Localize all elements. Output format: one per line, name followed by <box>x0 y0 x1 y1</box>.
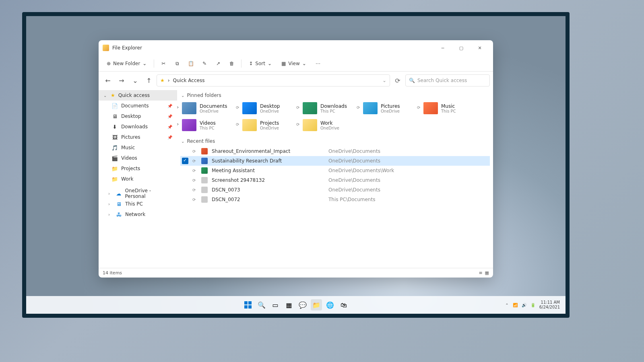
back-button[interactable]: ← <box>102 74 114 86</box>
task-view-button[interactable]: ▭ <box>270 299 281 311</box>
tray-chevron-icon[interactable]: ⌃ <box>505 303 508 307</box>
status-item-count: 14 items <box>103 270 122 276</box>
search-icon: 🔍 <box>409 78 415 83</box>
pinned-folder-documents[interactable]: ⟳DocumentsOneDrive <box>180 100 241 117</box>
status-bar: 14 items ≡ ▦ <box>99 268 493 278</box>
sort-button[interactable]: ↕ Sort ⌄ <box>245 58 276 69</box>
pinned-folder-downloads[interactable]: ⟳DownloadsThis PC <box>301 100 361 117</box>
file-row[interactable]: ⟳DSCN_0072This PC\Documents <box>180 195 490 204</box>
sidebar-item-videos[interactable]: 🎬Videos <box>99 153 177 163</box>
pinned-folder-projects[interactable]: ⟳ProjectsOneDrive <box>241 117 301 134</box>
file-row[interactable]: ⟳Screenshot 29478132OneDrive\Documents <box>180 175 490 185</box>
close-button[interactable]: ✕ <box>471 40 489 56</box>
forward-button[interactable]: → <box>116 74 128 86</box>
file-explorer-window: File Explorer ─ ▢ ✕ ⊕ New Folder ⌄ ✂ ⧉ 📋… <box>99 40 493 278</box>
taskbar-search-button[interactable]: 🔍 <box>256 299 267 311</box>
svg-rect-0 <box>244 301 248 304</box>
delete-button[interactable]: 🗑 <box>226 58 238 69</box>
file-explorer-taskbar-icon[interactable]: 📁 <box>311 299 322 311</box>
sidebar-item-projects[interactable]: 📁Projects <box>99 163 177 174</box>
sidebar: ⌄★Quick access 📄Documents📌🖥Desktop📌⬇Down… <box>99 89 177 268</box>
toolbar: ⊕ New Folder ⌄ ✂ ⧉ 📋 ✎ ↗ 🗑 ↕ Sort ⌄ ▦ Vi… <box>99 56 493 72</box>
recent-locations-button[interactable]: ⌄ <box>129 74 141 86</box>
taskbar: 🔍 ▭ ▦ 💬 📁 🌐 🛍 ⌃ 📶 🔊 🔋 11:11 AM 6/24/2021 <box>26 296 566 314</box>
sidebar-item-music[interactable]: 🎵Music <box>99 142 177 153</box>
start-button[interactable] <box>242 299 254 311</box>
main-pane: ⌄Pinned folders ⟳DocumentsOneDrive⟳Deskt… <box>177 89 493 268</box>
new-folder-button[interactable]: ⊕ New Folder ⌄ <box>103 58 151 69</box>
search-box[interactable]: 🔍 Search Quick access <box>405 74 490 86</box>
breadcrumb-sep: › <box>168 78 170 83</box>
pinned-folder-desktop[interactable]: ⟳DesktopOneDrive <box>241 100 301 117</box>
widgets-button[interactable]: ▦ <box>283 299 295 311</box>
share-button[interactable]: ↗ <box>212 58 224 69</box>
maximize-button[interactable]: ▢ <box>452 40 471 56</box>
sidebar-network[interactable]: ›🖧Network <box>99 209 177 220</box>
sidebar-this-pc[interactable]: ›🖥This PC <box>99 199 177 209</box>
address-dropdown-icon[interactable]: ⌄ <box>382 78 386 83</box>
thumbnails-view-button[interactable]: ▦ <box>485 270 489 276</box>
clock[interactable]: 11:11 AM 6/24/2021 <box>539 300 560 310</box>
details-view-button[interactable]: ≡ <box>479 270 482 276</box>
breadcrumb: Quick Access <box>173 78 205 83</box>
search-placeholder: Search Quick access <box>417 78 467 83</box>
pinned-folder-music[interactable]: ⟳MusicThis PC <box>422 100 482 117</box>
sidebar-item-pictures[interactable]: 🖼Pictures📌 <box>99 132 177 142</box>
sidebar-item-work[interactable]: 📁Work <box>99 174 177 184</box>
star-icon: ★ <box>160 78 165 83</box>
cut-button[interactable]: ✂ <box>157 58 169 69</box>
edge-icon[interactable]: 🌐 <box>324 299 336 311</box>
file-row[interactable]: ⟳DSCN_0073OneDrive\Documents <box>180 185 490 195</box>
svg-rect-2 <box>244 305 248 309</box>
chat-button[interactable]: 💬 <box>297 299 308 311</box>
pinned-folder-pictures[interactable]: ⟳PicturesOneDrive <box>361 100 422 117</box>
sidebar-quick-access[interactable]: ⌄★Quick access <box>99 90 177 101</box>
file-row[interactable]: ⟳Sustainability Research DraftOneDrive\D… <box>180 156 490 166</box>
titlebar: File Explorer ─ ▢ ✕ <box>99 40 493 56</box>
up-button[interactable]: ↑ <box>143 74 155 86</box>
pinned-folder-videos[interactable]: ⟳VideosThis PC <box>180 117 241 134</box>
section-pinned-folders[interactable]: ⌄Pinned folders <box>180 91 490 100</box>
sidebar-onedrive[interactable]: ›☁OneDrive - Personal <box>99 188 177 199</box>
sidebar-item-downloads[interactable]: ⬇Downloads📌 <box>99 121 177 132</box>
window-title: File Explorer <box>112 45 142 51</box>
svg-rect-1 <box>248 301 252 304</box>
minimize-button[interactable]: ─ <box>433 40 452 56</box>
navbar: ← → ⌄ ↑ ★ › Quick Access ⌄ ⟳ 🔍 Search Qu… <box>99 72 493 89</box>
section-recent-files[interactable]: ⌄Recent files <box>180 137 490 146</box>
svg-rect-3 <box>248 305 252 309</box>
battery-icon[interactable]: 🔋 <box>530 303 535 307</box>
paste-button[interactable]: 📋 <box>185 58 197 69</box>
file-row[interactable]: ⟳Shareout_Environmental_ImpactOneDrive\D… <box>180 146 490 156</box>
address-bar[interactable]: ★ › Quick Access ⌄ <box>157 74 390 86</box>
copy-button[interactable]: ⧉ <box>171 58 183 69</box>
refresh-button[interactable]: ⟳ <box>392 74 404 86</box>
rename-button[interactable]: ✎ <box>198 58 211 69</box>
app-icon <box>103 45 109 51</box>
store-icon[interactable]: 🛍 <box>338 299 349 311</box>
pinned-folder-work[interactable]: ⟳WorkOneDrive <box>301 117 361 134</box>
volume-icon[interactable]: 🔊 <box>522 303 526 307</box>
view-button[interactable]: ▦ View ⌄ <box>277 58 310 69</box>
wifi-icon[interactable]: 📶 <box>513 303 518 307</box>
sidebar-item-documents[interactable]: 📄Documents📌 <box>99 101 177 111</box>
more-button[interactable]: ⋯ <box>312 58 324 69</box>
sidebar-item-desktop[interactable]: 🖥Desktop📌 <box>99 111 177 121</box>
file-row[interactable]: ⟳Meeting AssistantOneDrive\Documents\Wor… <box>180 166 490 175</box>
